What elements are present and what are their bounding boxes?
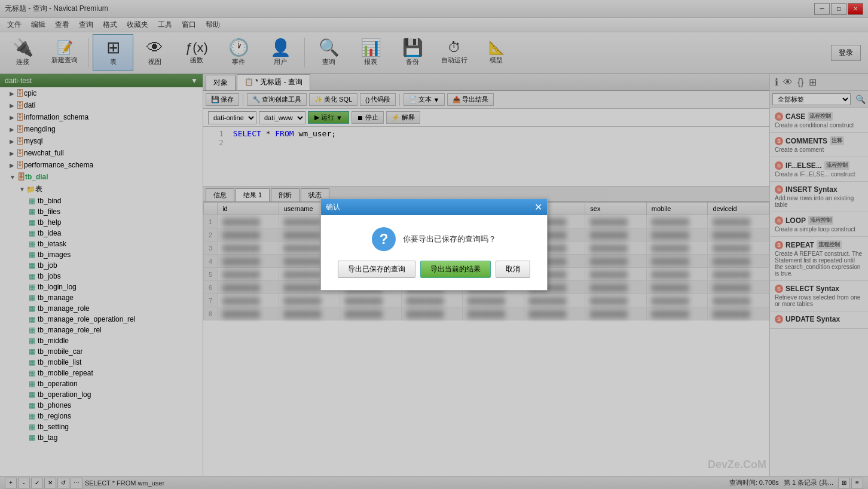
modal-title-bar: 确认 ✕ xyxy=(321,199,547,215)
modal-overlay: 确认 ✕ ? 你要导出已保存的查询吗？ 导出已保存的查询 导出当前的结果 取消 xyxy=(0,0,868,489)
modal-body: ? 你要导出已保存的查询吗？ 导出已保存的查询 导出当前的结果 取消 xyxy=(321,215,547,290)
modal-text: 你要导出已保存的查询吗？ xyxy=(403,234,496,244)
export-current-button[interactable]: 导出当前的结果 xyxy=(420,261,491,278)
question-icon: ? xyxy=(372,227,396,251)
confirm-modal: 确认 ✕ ? 你要导出已保存的查询吗？ 导出已保存的查询 导出当前的结果 取消 xyxy=(320,198,548,291)
cancel-button[interactable]: 取消 xyxy=(496,261,530,278)
modal-title: 确认 xyxy=(326,202,340,212)
modal-close-button[interactable]: ✕ xyxy=(534,201,542,213)
modal-message: ? 你要导出已保存的查询吗？ xyxy=(372,227,496,251)
export-saved-button[interactable]: 导出已保存的查询 xyxy=(338,261,415,278)
modal-buttons: 导出已保存的查询 导出当前的结果 取消 xyxy=(338,261,530,278)
